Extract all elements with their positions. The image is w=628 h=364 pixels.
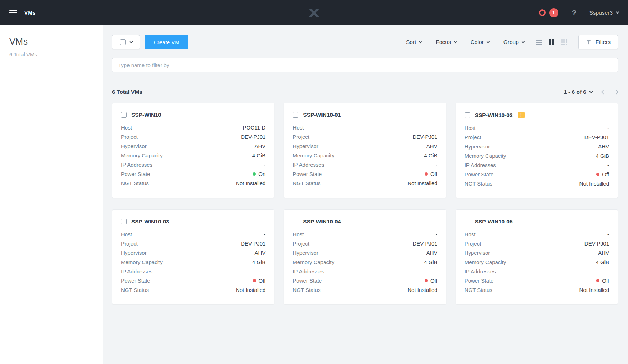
focus-menu-label: Focus — [436, 39, 451, 45]
vm-field-row: Power StateOff — [293, 169, 437, 178]
field-label: Power State — [293, 278, 322, 284]
vm-card-header: SSP-WIN10-03 — [121, 218, 265, 225]
vm-field-row: IP Addresses- — [465, 160, 609, 170]
vm-field-row: IP Addresses- — [121, 267, 265, 276]
alerts-icon[interactable] — [539, 9, 546, 16]
warning-badge[interactable]: ! — [518, 112, 525, 118]
filters-button[interactable]: Filters — [578, 35, 618, 49]
field-value: Off — [596, 171, 609, 177]
vm-field-row: HypervisorAHV — [121, 248, 265, 257]
vm-field-row: Power StateOff — [465, 276, 609, 285]
field-value: DEV-PJ01 — [241, 241, 265, 247]
vm-name[interactable]: SSP-WIN10-03 — [131, 218, 169, 225]
field-label: Power State — [121, 278, 150, 284]
field-value: POC11-D — [243, 125, 265, 131]
results-count: 6 Total VMs — [112, 89, 142, 95]
field-value: 4 GiB — [252, 259, 266, 265]
field-label: Memory Capacity — [465, 259, 506, 265]
vm-fields: Host-ProjectDEV-PJ01HypervisorAHVMemory … — [465, 123, 609, 188]
username: Sspuser3 — [589, 10, 613, 16]
vm-checkbox[interactable] — [121, 112, 127, 118]
create-vm-button[interactable]: Create VM — [145, 35, 188, 49]
vm-name[interactable]: SSP-WIN10-01 — [303, 112, 341, 118]
sort-menu[interactable]: Sort — [406, 39, 421, 45]
chevron-down-icon[interactable] — [589, 90, 593, 93]
field-value: AHV — [598, 143, 609, 150]
vm-name[interactable]: SSP-WIN10-05 — [475, 218, 513, 225]
field-label: Host — [293, 231, 304, 237]
vm-field-row: ProjectDEV-PJ01 — [293, 239, 437, 248]
vm-field-row: IP Addresses- — [293, 160, 437, 169]
field-label: Hypervisor — [121, 250, 147, 256]
focus-menu[interactable]: Focus — [436, 39, 456, 45]
vm-card[interactable]: SSP-WIN10-02 ! Host-ProjectDEV-PJ01Hyper… — [456, 103, 618, 198]
vm-name[interactable]: SSP-WIN10-02 — [475, 112, 513, 118]
vm-field-row: Memory Capacity4 GiB — [293, 257, 437, 267]
field-value: - — [264, 162, 265, 168]
power-state-dot — [425, 279, 428, 282]
hamburger-menu-icon[interactable] — [9, 10, 17, 16]
vm-checkbox[interactable] — [465, 112, 470, 118]
vm-field-row: Power StateOff — [465, 170, 609, 179]
user-menu[interactable]: Sspuser3 — [589, 10, 619, 16]
vm-field-row: ProjectDEV-PJ01 — [293, 132, 437, 141]
vm-name[interactable]: SSP-WIN10-04 — [303, 218, 341, 225]
vm-checkbox[interactable] — [293, 219, 298, 224]
help-icon[interactable]: ? — [572, 9, 577, 17]
search-input[interactable] — [112, 58, 618, 72]
chevron-right-icon — [614, 89, 619, 94]
grid-view-icon[interactable] — [549, 39, 554, 45]
vm-card[interactable]: SSP-WIN10-04 Host-ProjectDEV-PJ01Hypervi… — [284, 209, 446, 304]
field-value: DEV-PJ01 — [241, 134, 265, 140]
power-state-dot — [596, 279, 599, 282]
vm-field-row: Host- — [465, 229, 609, 239]
vm-field-row: HypervisorAHV — [465, 248, 609, 257]
field-value: - — [436, 125, 437, 131]
group-menu[interactable]: Group — [503, 39, 524, 45]
select-all-checkbox[interactable] — [120, 39, 126, 45]
filters-button-label: Filters — [596, 39, 611, 45]
next-page-button[interactable] — [614, 90, 618, 95]
vm-field-row: IP Addresses- — [121, 160, 265, 169]
field-value: - — [607, 231, 609, 237]
field-label: Power State — [465, 171, 494, 177]
tile-view-icon[interactable] — [561, 39, 567, 45]
chevron-down-icon — [616, 10, 619, 14]
field-value: DEV-PJ01 — [584, 134, 609, 140]
color-menu-label: Color — [471, 39, 484, 45]
field-label: NGT Status — [465, 287, 492, 293]
prev-page-button[interactable] — [602, 90, 605, 95]
notification-count-badge[interactable]: 1 — [549, 8, 558, 17]
field-label: Project — [465, 134, 481, 140]
list-view-icon[interactable] — [536, 40, 542, 45]
pagination-range[interactable]: 1 - 6 of 6 — [564, 89, 586, 95]
vm-field-row: Memory Capacity4 GiB — [121, 257, 265, 267]
chevron-down-icon — [522, 40, 525, 43]
color-menu[interactable]: Color — [471, 39, 489, 45]
vm-card[interactable]: SSP-WIN10-01 Host-ProjectDEV-PJ01Hypervi… — [284, 103, 446, 198]
field-value: Not Installed — [236, 180, 265, 186]
vm-card[interactable]: SSP-WIN10-05 Host-ProjectDEV-PJ01Hypervi… — [456, 209, 618, 304]
field-value: AHV — [254, 250, 265, 256]
select-all-dropdown[interactable] — [112, 35, 140, 49]
vm-checkbox[interactable] — [121, 219, 127, 224]
vm-field-row: HypervisorAHV — [465, 142, 609, 151]
vm-card[interactable]: SSP-WIN10 HostPOC11-DProjectDEV-PJ01Hype… — [112, 103, 274, 198]
field-value: 4 GiB — [424, 152, 437, 158]
vm-field-row: NGT StatusNot Installed — [121, 178, 265, 188]
vm-grid: SSP-WIN10 HostPOC11-DProjectDEV-PJ01Hype… — [112, 103, 618, 304]
vm-fields: HostPOC11-DProjectDEV-PJ01HypervisorAHVM… — [121, 123, 265, 188]
field-label: IP Addresses — [465, 268, 496, 274]
vm-name[interactable]: SSP-WIN10 — [131, 112, 161, 118]
field-label: Hypervisor — [465, 250, 490, 256]
chevron-down-icon — [454, 40, 456, 43]
vm-card[interactable]: SSP-WIN10-03 Host-ProjectDEV-PJ01Hypervi… — [112, 209, 274, 304]
vm-checkbox[interactable] — [293, 112, 298, 118]
field-label: Power State — [293, 171, 322, 177]
chevron-down-icon — [419, 40, 422, 43]
field-value: Not Installed — [407, 180, 437, 186]
vm-checkbox[interactable] — [465, 219, 470, 224]
field-label: Host — [465, 125, 476, 131]
chevron-down-icon — [486, 40, 489, 43]
vm-fields: Host-ProjectDEV-PJ01HypervisorAHVMemory … — [121, 229, 265, 294]
